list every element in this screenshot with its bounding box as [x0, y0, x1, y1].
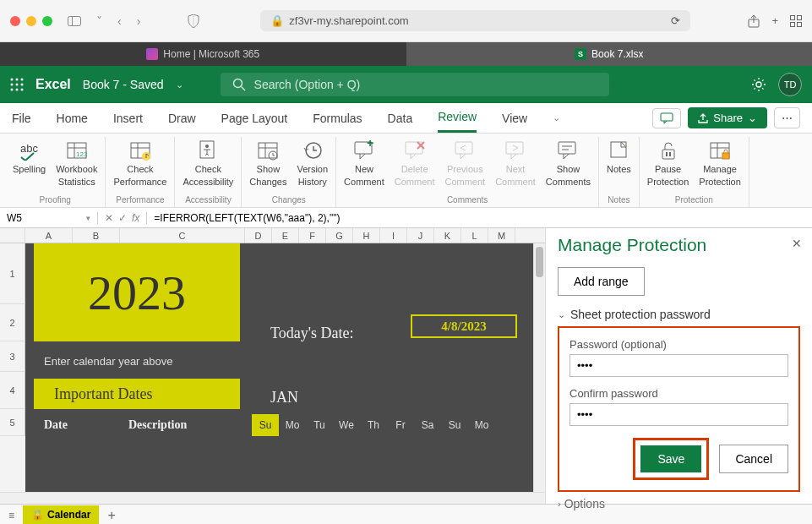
col-header-E[interactable]: E: [272, 228, 299, 243]
col-header-K[interactable]: K: [434, 228, 461, 243]
ribbon-pause-protection[interactable]: PauseProtection: [643, 137, 694, 194]
name-box[interactable]: W5 ▾: [0, 212, 98, 224]
row-header-4[interactable]: 4: [0, 372, 25, 409]
comments-button[interactable]: [652, 108, 681, 128]
svg-point-15: [21, 89, 24, 91]
col-header-D[interactable]: D: [245, 228, 272, 243]
more-button[interactable]: ⋯: [774, 107, 800, 128]
tab-home[interactable]: Home: [57, 105, 88, 132]
browser-tab-home[interactable]: Home | Microsoft 365: [0, 42, 406, 66]
ribbon-show-changes[interactable]: ShowChanges: [245, 137, 291, 194]
sheet-tab-calendar[interactable]: 🔒 Calendar: [23, 505, 99, 524]
fx-icon[interactable]: fx: [132, 212, 139, 224]
col-header-A[interactable]: A: [25, 228, 73, 243]
shield-icon[interactable]: [184, 14, 203, 28]
col-header-J[interactable]: J: [407, 228, 434, 243]
share-icon[interactable]: [748, 14, 760, 28]
tab-page-layout[interactable]: Page Layout: [221, 105, 288, 132]
ribbon-new-comment[interactable]: +NewComment: [340, 137, 389, 194]
ribbon-manage-protection[interactable]: ManageProtection: [695, 137, 745, 194]
select-all-cell[interactable]: [0, 228, 25, 243]
sheet-protection-section[interactable]: ⌄ Sheet protection password: [558, 308, 800, 321]
chevron-down-icon[interactable]: ⌄: [553, 112, 560, 123]
close-window[interactable]: [10, 16, 20, 26]
vertical-scrollbar[interactable]: [533, 243, 545, 492]
tab-file[interactable]: File: [12, 105, 31, 132]
col-header-M[interactable]: M: [488, 228, 515, 243]
save-button[interactable]: Save: [640, 445, 701, 472]
delete-icon: [403, 139, 427, 162]
col-header-L[interactable]: L: [461, 228, 488, 243]
minimize-window[interactable]: [26, 16, 36, 26]
cancel-formula-icon[interactable]: ✕: [105, 212, 113, 224]
col-header-H[interactable]: H: [353, 228, 380, 243]
browser-tab-book7[interactable]: S Book 7.xlsx: [406, 42, 813, 66]
cancel-button[interactable]: Cancel: [719, 445, 788, 473]
svg-point-16: [233, 79, 242, 88]
row-header-2[interactable]: 2: [0, 304, 25, 341]
svg-point-30: [205, 145, 209, 148]
excel-logo[interactable]: Excel: [35, 77, 71, 92]
close-icon[interactable]: ✕: [792, 237, 802, 250]
row-header-3[interactable]: 3: [0, 341, 25, 372]
share-button[interactable]: Share ⌄: [688, 107, 767, 128]
search-box[interactable]: Search (Option + Q): [221, 73, 609, 96]
new-tab-icon[interactable]: +: [771, 14, 778, 27]
ribbon-spelling[interactable]: abcSpelling: [8, 137, 50, 194]
row-header-1[interactable]: 1: [0, 243, 25, 304]
col-header-C[interactable]: C: [120, 228, 245, 243]
col-header-F[interactable]: F: [299, 228, 326, 243]
row-header-5[interactable]: 5: [0, 409, 25, 436]
tab-view[interactable]: View: [502, 105, 527, 132]
lock-icon: 🔒: [270, 14, 284, 27]
tab-draw[interactable]: Draw: [168, 105, 196, 132]
scrollbar-thumb[interactable]: [536, 247, 543, 277]
col-header-G[interactable]: G: [326, 228, 353, 243]
tab-formulas[interactable]: Formulas: [313, 105, 362, 132]
confirm-password-input[interactable]: [569, 403, 788, 426]
chevron-down-icon: ⌄: [748, 112, 757, 124]
ribbon-check-performance[interactable]: CheckPerformance: [109, 137, 171, 194]
reload-icon[interactable]: ⟳: [671, 14, 680, 27]
enter-formula-icon[interactable]: ✓: [118, 212, 127, 224]
svg-rect-6: [798, 22, 802, 26]
gear-icon[interactable]: [751, 77, 766, 92]
app-launcher-icon[interactable]: [10, 78, 24, 91]
password-input[interactable]: [569, 354, 788, 377]
tabs-icon[interactable]: [790, 15, 802, 27]
ribbon-group-label: Protection: [675, 194, 713, 205]
ribbon-show-comments[interactable]: ShowComments: [542, 137, 595, 194]
maximize-window[interactable]: [42, 16, 52, 26]
version-icon: [301, 139, 324, 162]
avatar[interactable]: TD: [778, 73, 802, 96]
chevron-down-icon[interactable]: ⌄: [176, 79, 183, 90]
browser-chrome: ˅ ‹ › 🔒 zf3vr-my.sharepoint.com ⟳ +: [0, 0, 812, 42]
sidebar-icon[interactable]: [64, 16, 84, 26]
all-sheets-icon[interactable]: ≡: [8, 510, 14, 521]
forward-icon[interactable]: ›: [134, 14, 144, 28]
tab-data[interactable]: Data: [388, 105, 413, 132]
back-icon[interactable]: ‹: [114, 14, 125, 28]
svg-rect-0: [68, 16, 81, 25]
tab-review[interactable]: Review: [438, 103, 477, 133]
add-sheet-button[interactable]: +: [107, 508, 115, 523]
col-header-I[interactable]: I: [380, 228, 407, 243]
ribbon-group-label: Proofing: [40, 194, 71, 205]
ribbon-check-accessibility[interactable]: CheckAccessibility: [178, 137, 237, 194]
day-header-su-0: Su: [252, 414, 279, 436]
document-title[interactable]: Book 7 - Saved: [83, 78, 164, 91]
ribbon-workbook-statistics[interactable]: 123WorkbookStatistics: [52, 137, 101, 194]
chevron-down-icon[interactable]: ˅: [93, 14, 106, 28]
options-section[interactable]: › Options: [558, 497, 800, 510]
address-bar[interactable]: 🔒 zf3vr-my.sharepoint.com ⟳: [260, 10, 690, 31]
col-header-B[interactable]: B: [73, 228, 120, 243]
year-cell[interactable]: 2023: [34, 243, 240, 341]
formula-input[interactable]: =IFERROR(LEFT(TEXT(W6,"aaa"), 2),""): [147, 212, 812, 224]
add-range-button[interactable]: Add range: [558, 267, 645, 296]
horizontal-scrollbar[interactable]: [0, 492, 545, 504]
ribbon-version-history[interactable]: VersionHistory: [292, 137, 332, 194]
manage-icon: [708, 139, 732, 162]
tab-insert[interactable]: Insert: [113, 105, 143, 132]
ribbon-notes[interactable]: Notes: [602, 137, 635, 194]
sheet-content[interactable]: 2023 Today's Date: 4/8/2023 Enter calend…: [25, 243, 533, 492]
